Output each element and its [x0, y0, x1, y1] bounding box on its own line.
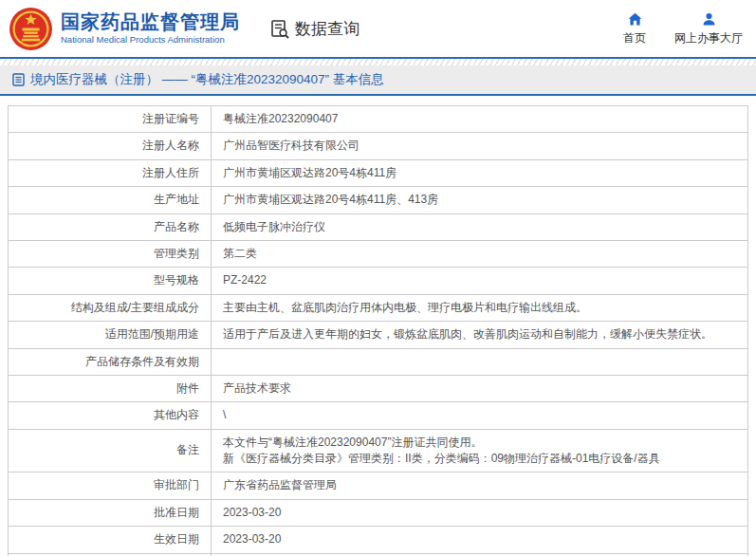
table-row: 生产地址广州市黄埔区观达路20号4栋411房、413房: [9, 187, 748, 213]
site-subtitle: National Medical Products Administration: [61, 35, 240, 45]
row-label: 其他内容: [9, 402, 212, 429]
row-value: 第二类: [212, 240, 748, 267]
row-label: 适用范围/预期用途: [9, 322, 212, 348]
row-label: 产品名称: [9, 213, 212, 240]
site-header: 国家药品监督管理局 National Medical Products Admi…: [0, 0, 756, 57]
home-icon: [627, 11, 643, 28]
row-value: 广州品智医疗科技有限公司: [212, 133, 748, 159]
table-row: 适用范围/预期用途适用于产后及进入更年期的妇女，锻炼盆底肌肉、改善肌肉运动和自制…: [9, 322, 748, 348]
row-label: 生效日期: [9, 527, 212, 553]
table-row: 生效日期2023-03-20: [9, 527, 748, 553]
row-value: 适用于产后及进入更年期的妇女，锻炼盆底肌肉、改善肌肉运动和自制能力，缓解小便失禁…: [212, 322, 748, 348]
row-value: PZ-2422: [212, 268, 748, 294]
data-query-label: 数据查询: [295, 18, 360, 40]
table-row: 产品储存条件及有效期: [9, 348, 748, 375]
row-value: \: [212, 402, 748, 429]
row-label: 备注: [9, 429, 212, 473]
row-label: 注册人住所: [9, 159, 212, 186]
table-row: 附件产品技术要求: [9, 375, 748, 401]
row-value: 2023-03-20: [212, 499, 748, 526]
striped-band: [0, 59, 756, 65]
table-row: 批准日期2023-03-20: [9, 499, 748, 526]
table-row: 注册证编号粤械注准20232090407: [9, 106, 748, 133]
table-row: 其他内容\: [9, 402, 748, 429]
row-label: 批准日期: [9, 499, 212, 526]
row-label: 型号规格: [9, 268, 212, 294]
row-label: 附件: [9, 375, 212, 401]
national-emblem-icon: [9, 8, 52, 50]
table-row: 注册人住所广州市黄埔区观达路20号4栋411房: [9, 159, 748, 186]
logo-text: 国家药品监督管理局 National Medical Products Admi…: [61, 11, 240, 45]
table-row: 结构及组成/主要组成成分主要由主机、盆底肌肉治疗用体内电极、理疗电极片和电疗输出…: [9, 294, 748, 321]
user-icon: [701, 11, 717, 28]
site-title: 国家药品监督管理局: [61, 11, 240, 32]
row-label: 注册证编号: [9, 106, 212, 133]
registration-info-table: 注册证编号粤械注准20232090407 注册人名称广州品智医疗科技有限公司 注…: [8, 105, 748, 556]
row-label: 审批部门: [9, 473, 212, 499]
row-label: 注册人名称: [9, 133, 212, 159]
table-row: 注册人名称广州品智医疗科技有限公司: [9, 133, 748, 159]
row-value: 广州市黄埔区观达路20号4栋411房、413房: [212, 187, 748, 213]
top-nav: 首页 网上办事大厅: [623, 11, 743, 46]
row-label: 管理类别: [9, 240, 212, 267]
row-label: 生产地址: [9, 187, 212, 213]
data-query-nav[interactable]: 数据查询: [270, 18, 360, 40]
table-row: 管理类别第二类: [9, 240, 748, 267]
row-label: 结构及组成/主要组成成分: [9, 294, 212, 321]
row-value: 本文件与“粤械注准20232090407”注册证共同使用。 新《医疗器械分类目录…: [212, 429, 748, 473]
table-row: 备注本文件与“粤械注准20232090407”注册证共同使用。 新《医疗器械分类…: [9, 429, 748, 473]
row-value: 2023-03-20: [212, 527, 748, 553]
table-row: 型号规格PZ-2422: [9, 268, 748, 294]
row-value: [212, 348, 748, 375]
row-value: 主要由主机、盆底肌肉治疗用体内电极、理疗电极片和电疗输出线组成。: [212, 294, 748, 321]
table-row: 审批部门广东省药品监督管理局: [9, 473, 748, 499]
document-icon: [12, 73, 25, 86]
row-value: 广东省药品监督管理局: [212, 473, 748, 499]
doc-search-icon: [270, 19, 290, 39]
row-value: 低频电子脉冲治疗仪: [212, 213, 748, 240]
breadcrumb: 境内医疗器械（注册） —— “粤械注准20232090407” 基本信息: [0, 65, 756, 96]
nav-item-service-hall[interactable]: 网上办事大厅: [674, 11, 743, 46]
nav-service-hall-label: 网上办事大厅: [674, 30, 743, 46]
nmpa-logo[interactable]: 国家药品监督管理局 National Medical Products Admi…: [9, 8, 240, 50]
nav-item-home[interactable]: 首页: [623, 11, 646, 46]
table-row: 产品名称低频电子脉冲治疗仪: [9, 213, 748, 240]
row-value: 粤械注准20232090407: [212, 106, 748, 133]
row-value: 广州市黄埔区观达路20号4栋411房: [212, 159, 748, 186]
breadcrumb-text: 境内医疗器械（注册） —— “粤械注准20232090407” 基本信息: [30, 71, 384, 88]
row-label: 产品储存条件及有效期: [9, 348, 212, 375]
row-value: 产品技术要求: [212, 375, 748, 401]
nav-home-label: 首页: [623, 30, 646, 46]
